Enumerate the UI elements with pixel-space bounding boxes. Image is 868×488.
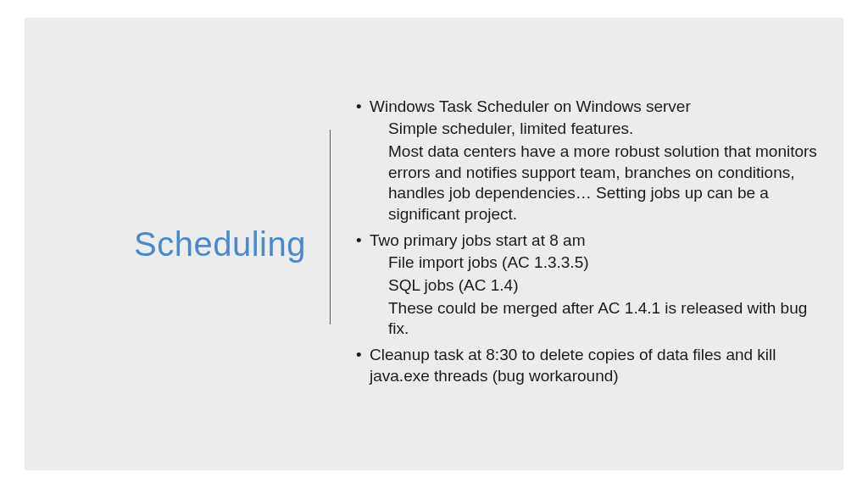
bullet-item: • Two primary jobs start at 8 am File im… xyxy=(351,230,823,340)
sub-line: File import jobs (AC 1.3.3.5) xyxy=(351,252,823,274)
bullet-text: Two primary jobs start at 8 am xyxy=(370,230,823,252)
bullet-text: Cleanup task at 8:30 to delete copies of… xyxy=(370,345,823,386)
sub-line: SQL jobs (AC 1.4) xyxy=(351,275,823,297)
title-zone: Scheduling xyxy=(25,18,330,470)
sub-line: Simple scheduler, limited features. xyxy=(351,119,823,140)
slide: Scheduling • Windows Task Scheduler on W… xyxy=(25,18,843,470)
bullet-line: • Windows Task Scheduler on Windows serv… xyxy=(351,97,823,118)
bullet-item: • Cleanup task at 8:30 to delete copies … xyxy=(351,345,823,386)
sub-line: Most data centers have a more robust sol… xyxy=(351,141,823,225)
bullet-line: • Cleanup task at 8:30 to delete copies … xyxy=(351,345,823,386)
bullet-item: • Windows Task Scheduler on Windows serv… xyxy=(351,97,823,225)
content-zone: • Windows Task Scheduler on Windows serv… xyxy=(331,97,843,392)
bullet-text: Windows Task Scheduler on Windows server xyxy=(370,97,823,118)
bullet-dot-icon: • xyxy=(351,97,370,118)
sub-line: These could be merged after AC 1.4.1 is … xyxy=(351,298,823,340)
slide-title: Scheduling xyxy=(134,225,306,263)
bullet-line: • Two primary jobs start at 8 am xyxy=(351,230,823,252)
bullet-dot-icon: • xyxy=(351,230,370,252)
bullet-dot-icon: • xyxy=(351,345,370,386)
